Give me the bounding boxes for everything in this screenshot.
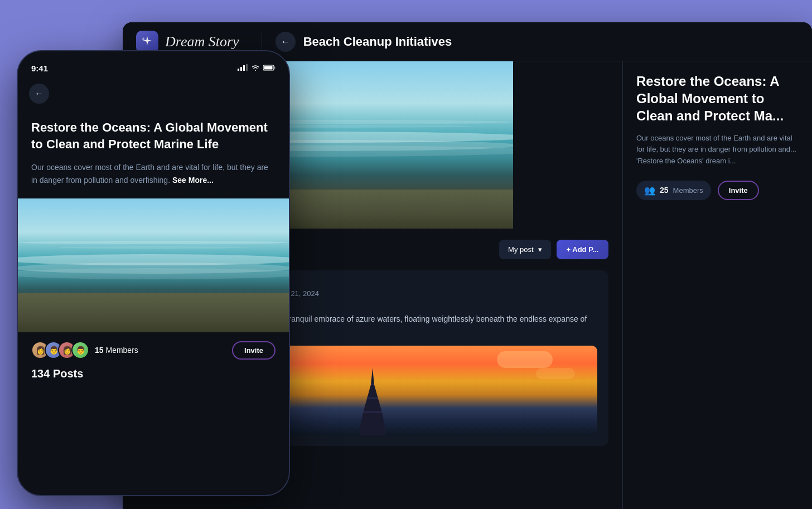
article-title-preview: Restore the Oceans: A Global Movement to… (636, 72, 799, 125)
phone-invite-button[interactable]: Invite (232, 341, 276, 360)
phone-back-button[interactable]: ← (29, 84, 49, 104)
back-button-desktop[interactable]: ← (276, 32, 296, 52)
svg-rect-10 (243, 65, 245, 71)
phone-avatar-4: 👨 (71, 341, 89, 359)
chevron-down-icon: ▾ (538, 245, 542, 254)
svg-rect-6 (367, 397, 378, 399)
svg-rect-4 (360, 429, 385, 435)
svg-rect-8 (238, 69, 239, 71)
svg-marker-0 (371, 368, 374, 385)
page-heading: Beach Cleanup Initiatives (303, 35, 452, 49)
page-title-area: ← Beach Cleanup Initiatives (276, 32, 452, 52)
status-time: 9:41 (31, 64, 48, 73)
signal-icon (238, 64, 248, 72)
phone-members-group: 👩 👨 👩 👨 15 Members (31, 341, 138, 359)
members-icon: 👥 (644, 185, 655, 196)
svg-marker-3 (360, 413, 385, 429)
members-count: 25 (660, 186, 669, 195)
battery-icon (263, 64, 276, 72)
app-logo-icon (136, 31, 158, 53)
phone-article-content: Restore the Oceans: A Global Movement to… (18, 108, 289, 198)
members-label: Members (673, 186, 703, 195)
svg-marker-1 (367, 385, 378, 399)
svg-rect-11 (246, 64, 248, 71)
invite-button[interactable]: Invite (718, 181, 759, 200)
phone-avatars: 👩 👨 👩 👨 (31, 341, 89, 359)
svg-rect-7 (363, 411, 382, 413)
app-title: Dream Story (165, 33, 239, 50)
phone-status-bar: 9:41 (18, 51, 289, 79)
phone-article-excerpt: Our oceans cover most of the Earth and a… (31, 161, 276, 187)
nav-separator (262, 33, 262, 50)
phone-nav: ← (18, 79, 289, 108)
phone-members-text: 15 Members (95, 346, 138, 355)
phone-wave-3 (18, 268, 289, 279)
phone-members-row: 👩 👨 👩 👨 15 Members Invite (31, 341, 276, 360)
status-icons (238, 64, 276, 72)
filter-dropdown[interactable]: My post ▾ (499, 240, 551, 259)
svg-rect-9 (240, 67, 242, 71)
phone-posts-count: 134 Posts (31, 367, 276, 380)
posts-actions: My post ▾ + Add P... (499, 240, 608, 259)
phone-article-title: Restore the Oceans: A Global Movement to… (31, 119, 276, 152)
add-post-button[interactable]: + Add P... (557, 240, 608, 259)
phone-ocean-waves (18, 254, 289, 288)
see-more-link[interactable]: See More... (172, 176, 214, 185)
svg-rect-5 (371, 384, 374, 385)
wifi-icon (251, 64, 260, 72)
phone-beach-image (18, 198, 289, 332)
mobile-phone: 9:41 (17, 50, 290, 496)
svg-rect-13 (264, 66, 273, 69)
phone-beach-rocks (18, 293, 289, 332)
right-panel: Restore the Oceans: A Global Movement to… (622, 61, 812, 509)
svg-rect-14 (274, 66, 276, 69)
article-excerpt: Our oceans cover most of the Earth and a… (636, 133, 799, 167)
members-invite-row: 👥 25 Members Invite (636, 181, 799, 200)
members-info: 👥 25 Members (636, 181, 711, 200)
phone-bottom-section: 👩 👨 👩 👨 15 Members Invite 134 Posts (18, 332, 289, 389)
svg-marker-2 (363, 399, 382, 413)
app-logo-area: Dream Story (136, 31, 239, 53)
